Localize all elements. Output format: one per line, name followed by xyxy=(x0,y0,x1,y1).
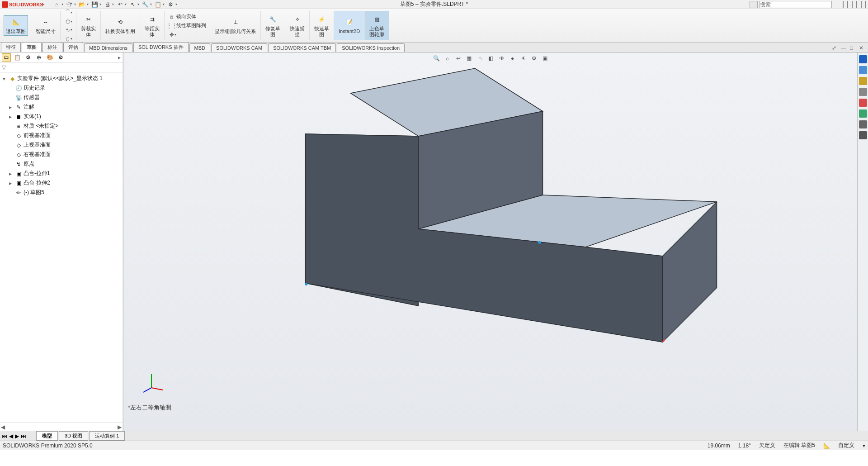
rebuild-icon-dropdown[interactable]: ▾ xyxy=(150,2,152,6)
cam-icon[interactable] xyxy=(859,131,867,139)
cmd-tab-solidworks-cam-tbm[interactable]: SOLIDWORKS CAM TBM xyxy=(268,43,336,52)
offset-entities-button[interactable]: ⇉ 等距实 体 xyxy=(143,13,161,38)
cmd-tab-solidworks-inspection[interactable]: SOLIDWORKS Inspection xyxy=(337,43,405,52)
view-palette-icon[interactable] xyxy=(859,88,867,96)
tab-next-icon[interactable]: ▶ xyxy=(15,433,19,439)
tree-node[interactable]: ≡材质 <未指定> xyxy=(1,121,122,131)
undo-icon-dropdown[interactable]: ▾ xyxy=(125,2,127,6)
window-min-icon[interactable]: — xyxy=(841,45,848,52)
save-icon[interactable]: 💾 xyxy=(91,1,99,8)
tree-node[interactable]: ◇右视基准面 xyxy=(1,150,122,159)
bottom-tab-3D-视图[interactable]: 3D 视图 xyxy=(59,431,88,441)
tree-filter[interactable]: ▽ xyxy=(0,62,123,73)
tree-node[interactable]: ✏(-) 草图5 xyxy=(1,188,122,197)
convert-entities-button[interactable]: ⟲ 转换实体引用 xyxy=(104,16,137,35)
expand-icon[interactable]: ▸ xyxy=(9,171,14,177)
smart-dimension-button[interactable]: ↔ 智能尺寸 xyxy=(34,16,57,35)
tree-node[interactable]: ▸▣凸台-拉伸1 xyxy=(1,169,122,178)
tree-node[interactable]: ↯原点 xyxy=(1,159,122,169)
recent-docs-dropdown[interactable]: ▸ xyxy=(42,2,44,6)
window-tile-1[interactable] xyxy=(843,1,848,8)
cmd-search-toggle[interactable] xyxy=(750,1,758,8)
tree-node[interactable]: ▸▣凸台-拉伸2 xyxy=(1,178,122,188)
rebuild-icon[interactable]: 🔧 xyxy=(142,1,149,8)
undo-icon[interactable]: ↶ xyxy=(117,1,124,8)
spline-tool[interactable]: ∿▾ xyxy=(63,26,73,34)
cmd-tab-mbd-dimensions[interactable]: MBD Dimensions xyxy=(84,43,132,52)
custom-props-icon[interactable] xyxy=(859,109,867,118)
rapid-sketch-button[interactable]: ⚡ 快速草 图 xyxy=(312,13,331,38)
window-tile-3[interactable] xyxy=(861,1,866,8)
status-angle[interactable]: 1.18° xyxy=(738,442,751,449)
tree-node[interactable]: ▸◼实体(1) xyxy=(1,112,122,121)
repair-sketch-button[interactable]: 🔧 修复草 图 xyxy=(264,13,282,38)
tree-node[interactable]: 📡传感器 xyxy=(1,93,122,102)
cmd-tab-solidworks-cam[interactable]: SOLIDWORKS CAM xyxy=(211,43,267,52)
dimx-tab[interactable]: ⊕ xyxy=(34,53,43,62)
display-relations-button[interactable]: ⊥ 显示/删除几何关系 xyxy=(213,16,258,35)
status-length[interactable]: 19.06mm xyxy=(708,442,730,449)
shaded-contour-button[interactable]: ▨ 上色草 图轮廓 xyxy=(368,13,386,38)
status-editing[interactable]: 在编辑 草图5 xyxy=(783,442,815,449)
tree-node[interactable]: ◇上视基准面 xyxy=(1,140,122,150)
scroll-left-icon[interactable]: ◀ xyxy=(1,424,5,430)
expand-icon[interactable]: ▸ xyxy=(9,180,14,186)
save-icon-dropdown[interactable]: ▾ xyxy=(99,2,101,6)
command-search-input[interactable] xyxy=(760,1,832,8)
cmd-tab-solidworks-插件[interactable]: SOLIDWORKS 插件 xyxy=(133,42,189,52)
settings-icon[interactable]: ⚙ xyxy=(167,1,175,8)
settings-icon-dropdown[interactable]: ▾ xyxy=(175,2,177,6)
status-units-icon[interactable]: 📐 xyxy=(823,442,830,449)
tree-root-node[interactable]: ▾ ◆ 实验零件 (默认<<默认>_显示状态 1 xyxy=(1,74,122,83)
bottom-tab-模型[interactable]: 模型 xyxy=(36,431,58,441)
print-icon-dropdown[interactable]: ▾ xyxy=(112,2,114,6)
status-definition[interactable]: 欠定义 xyxy=(759,442,775,449)
trim-entities-button[interactable]: ✂ 剪裁实 体 xyxy=(79,13,98,38)
window-close-icon[interactable]: ✕ xyxy=(859,45,866,52)
cmd-tab-草图[interactable]: 草图 xyxy=(22,42,42,52)
expand-icon[interactable]: ▸ xyxy=(9,104,14,110)
select-icon[interactable]: ↖ xyxy=(129,1,137,8)
property-manager-tab[interactable]: 📋 xyxy=(13,53,22,62)
print-icon[interactable]: 🖨 xyxy=(104,1,111,8)
move-entities-button[interactable]: ✥▾ xyxy=(167,31,207,39)
cmd-tab-评估[interactable]: 评估 xyxy=(63,42,83,52)
view-triad[interactable] xyxy=(142,372,165,395)
status-dropdown-icon[interactable]: ▾ xyxy=(863,442,865,449)
config-manager-tab[interactable]: ⚙ xyxy=(24,53,33,62)
expand-icon[interactable]: ▾ xyxy=(3,76,7,82)
tree-node[interactable]: ◇前视基准面 xyxy=(1,131,122,140)
tree-node[interactable]: 🕘历史记录 xyxy=(1,83,122,93)
ellipse-tool[interactable]: ⬯▾ xyxy=(63,35,73,43)
feature-tree-tab[interactable]: 🗂 xyxy=(2,53,11,62)
new-icon-dropdown[interactable]: ▾ xyxy=(74,2,76,6)
open-icon-dropdown[interactable]: ▾ xyxy=(87,2,89,6)
cam-tree-tab[interactable]: ⚙ xyxy=(56,53,65,62)
display-manager-tab[interactable]: 🎨 xyxy=(45,53,54,62)
polygon-tool[interactable]: ⬡▾ xyxy=(63,18,73,26)
options-icon[interactable]: 📋 xyxy=(155,1,162,8)
exit-sketch-button[interactable]: 📐 退出草图 xyxy=(4,15,28,35)
open-icon[interactable]: 📂 xyxy=(79,1,86,8)
select-icon-dropdown[interactable]: ▾ xyxy=(137,2,139,6)
scroll-right-icon[interactable]: ▶ xyxy=(118,424,122,430)
status-custom[interactable]: 自定义 xyxy=(838,442,854,449)
cmd-tab-特征[interactable]: 特征 xyxy=(1,42,21,52)
quick-snaps-button[interactable]: ✧ 快速捕 捉 xyxy=(288,13,307,38)
window-tile-2[interactable] xyxy=(852,1,857,8)
linear-pattern-button[interactable]: ⋮⋮线性草图阵列 xyxy=(167,22,207,30)
design-lib-icon[interactable] xyxy=(859,66,867,74)
graphics-area[interactable]: 🔍⌕↩▦⌂◧👁●☀⚙▣ xyxy=(124,52,857,431)
window-max-icon[interactable]: □ xyxy=(850,45,857,52)
tab-last-icon[interactable]: ⏭ xyxy=(21,433,26,439)
file-explorer-icon[interactable] xyxy=(859,77,867,85)
arc-tool[interactable]: ⌒▾ xyxy=(63,9,73,17)
options-icon-dropdown[interactable]: ▾ xyxy=(163,2,165,6)
bottom-tab-运动算例-1[interactable]: 运动算例 1 xyxy=(89,431,125,441)
expand-icon[interactable]: ▸ xyxy=(9,114,14,120)
tab-prev-icon[interactable]: ◀ xyxy=(9,433,13,439)
home-icon[interactable]: ⌂ xyxy=(53,1,61,8)
cmd-tab-标注[interactable]: 标注 xyxy=(42,42,62,52)
forum-icon[interactable] xyxy=(859,120,867,128)
tab-first-icon[interactable]: ⏮ xyxy=(2,433,7,439)
